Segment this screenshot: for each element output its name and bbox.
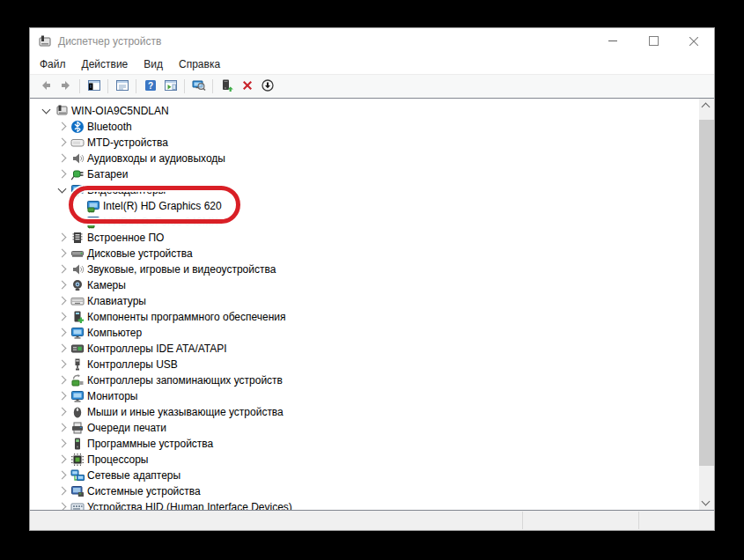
device-manager-window: Диспетчер устройств ФайлДействиеВидСправ… [29,27,715,531]
chevron-right-icon[interactable] [55,468,70,483]
tree-item-label: Мониторы [87,390,137,402]
chevron-down-icon[interactable] [39,103,55,119]
chevron-right-icon[interactable] [55,119,70,135]
monitor-icon [70,389,85,403]
close-button[interactable] [674,28,714,54]
tree-item-label: Батареи [87,168,128,181]
tree-item-label: Аудиовходы и аудиовыходы [87,152,225,165]
chevron-right-icon[interactable] [55,262,70,277]
monitor-icon [70,326,85,340]
tree-item-label: Встроенное ПО [87,232,164,244]
tree-item[interactable]: Видеоадаптеры [30,182,699,198]
vertical-scrollbar[interactable] [699,99,714,510]
status-bar [30,511,714,530]
chevron-right-icon[interactable] [55,325,70,341]
chevron-right-icon[interactable] [55,499,70,510]
toolbar-separator [136,79,136,93]
menu-item-2[interactable]: Вид [136,55,171,73]
chevron-right-icon[interactable] [55,135,70,151]
title-bar[interactable]: Диспетчер устройств [30,28,714,54]
menu-bar: ФайлДействиеВидСправка [30,54,714,74]
tree-item-label: Программные устройства [87,438,213,450]
firmware-icon [70,231,85,245]
chevron-right-icon[interactable] [55,452,70,468]
chevron-right-icon[interactable] [55,357,70,372]
software-device-icon [70,437,85,451]
tree-item[interactable]: Контроллеры IDE ATA/ATAPI [30,341,699,357]
tree-item[interactable]: Дисковые устройства [30,246,699,262]
toolbar-update-driver-button[interactable] [217,77,237,96]
tree-item[interactable]: Звуковые, игровые и видеоустройства [30,262,699,277]
tree-item[interactable]: Программные устройства [30,436,699,452]
chevron-right-icon[interactable] [55,372,70,388]
chevron-right-icon[interactable] [55,230,70,246]
tree-item[interactable]: Встроенное ПО [30,230,699,246]
tree-item[interactable]: Очереди печати [30,420,699,436]
chevron-down-icon[interactable] [55,182,70,198]
toolbar-help-button[interactable]: ? [140,77,160,96]
tree-item[interactable]: Устройства HID (Human Interface Devices) [30,499,699,510]
tree-item[interactable]: NVIDIA GeForce 940MX [30,214,699,230]
toolbar-forward-button[interactable] [55,77,76,96]
tree-item[interactable]: Контроллеры запоминающих устройств [30,372,699,388]
minimize-button[interactable] [593,28,633,54]
chevron-right-icon[interactable] [55,277,70,293]
usb-icon [70,357,85,372]
toolbar-back-button[interactable] [35,77,55,96]
tree-item[interactable]: Клавиатуры [30,293,699,309]
chevron-right-icon[interactable] [55,483,70,499]
update-driver-icon [220,78,234,95]
chevron-right-icon[interactable] [55,293,70,309]
chevron-right-icon[interactable] [55,151,70,166]
hid-device-icon [70,500,85,510]
menu-item-1[interactable]: Действие [74,55,136,73]
chevron-right-icon[interactable] [55,309,70,325]
chevron-right-icon[interactable] [55,166,70,182]
chevron-right-icon[interactable] [55,341,70,357]
tree-item[interactable]: Аудиовходы и аудиовыходы [30,151,699,166]
tree-item[interactable]: WIN-OIA9C5NDLAN [30,103,699,119]
portable-device-icon [70,136,85,150]
menu-item-0[interactable]: Файл [32,55,74,73]
tree-item[interactable]: Контроллеры USB [30,357,699,372]
audio-icon [70,151,85,166]
tree-item[interactable]: Камеры [30,277,699,293]
chevron-right-icon[interactable] [55,404,70,420]
tree-item[interactable]: Сетевые адаптеры [30,468,699,483]
tree-item[interactable]: Intel(R) HD Graphics 620 [30,198,699,214]
maximize-button[interactable] [633,28,674,54]
window-title: Диспетчер устройств [58,35,161,48]
chevron-right-icon[interactable] [55,246,70,262]
chevron-right-icon[interactable] [55,420,70,436]
toolbar-scan-hardware-button[interactable] [188,77,209,96]
scroll-up-button[interactable] [699,99,714,114]
chevron-right-icon[interactable] [55,436,70,452]
tree-item[interactable]: Bluetooth [30,119,699,135]
toolbar-disable-device-button[interactable] [257,77,277,96]
battery-icon [70,167,85,181]
keyboard-icon [70,294,85,308]
statusbar-separator [522,512,523,529]
toolbar-console-tree-button[interactable] [84,77,104,96]
maximize-icon [649,36,659,46]
toolbar-uninstall-device-button[interactable] [237,77,257,96]
tree-item[interactable]: Компьютер [30,325,699,341]
toolbar-extended-view-button[interactable] [160,77,180,96]
tree-item[interactable]: Мониторы [30,388,699,404]
tree-item[interactable]: Системные устройства [30,483,699,499]
scrollbar-thumb[interactable] [699,120,714,466]
mouse-icon [70,405,85,419]
tree-item[interactable]: MTD-устройства [30,135,699,151]
tree-item[interactable]: Процессоры [30,452,699,468]
tree-item[interactable]: Компоненты программного обеспечения [30,309,699,325]
tree-item-label: WIN-OIA9C5NDLAN [71,105,169,117]
tree-item[interactable]: Мыши и иные указывающие устройства [30,404,699,420]
device-manager-app-icon [38,34,52,48]
menu-item-3[interactable]: Справка [171,55,228,73]
toolbar-properties-button[interactable] [112,77,132,96]
tree-item[interactable]: Батареи [30,166,699,182]
ide-controller-icon [70,342,85,356]
chevron-right-icon[interactable] [55,388,70,404]
scroll-down-button[interactable] [699,495,714,510]
system-device-icon [70,484,85,498]
